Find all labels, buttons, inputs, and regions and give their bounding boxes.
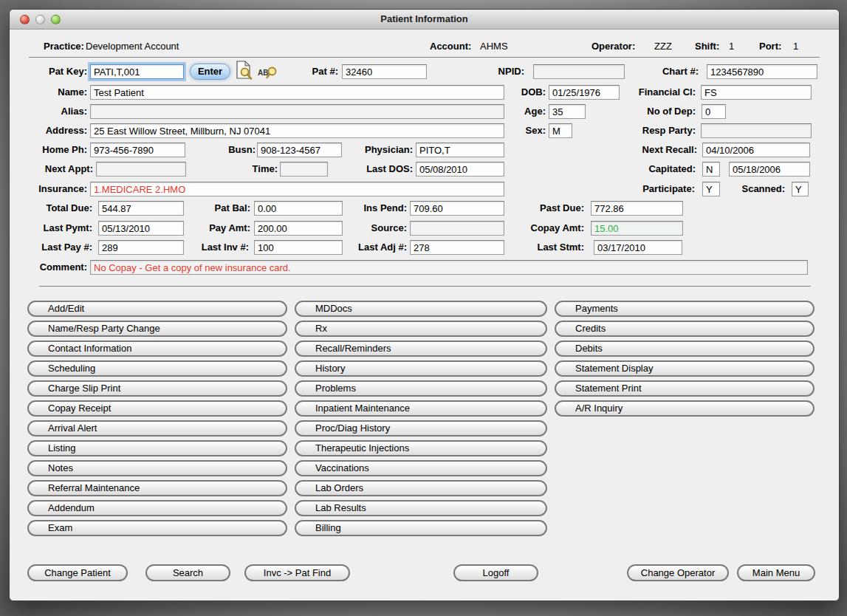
financial-cl-input[interactable] bbox=[701, 85, 812, 100]
physician-input[interactable] bbox=[416, 143, 504, 157]
document-search-icon[interactable] bbox=[236, 61, 253, 83]
logoff-button[interactable]: Logoff bbox=[453, 564, 538, 581]
source-label: Source: bbox=[348, 221, 407, 236]
past-due-input[interactable] bbox=[591, 201, 683, 216]
zoom-button[interactable] bbox=[51, 15, 61, 24]
physician-label: Physician: bbox=[346, 143, 413, 157]
section-divider bbox=[39, 286, 811, 287]
statement-print-button[interactable]: Statement Print bbox=[555, 380, 815, 397]
lab-orders-button[interactable]: Lab Orders bbox=[295, 480, 547, 496]
invc-pat-find-button[interactable]: Invc -> Pat Find bbox=[244, 564, 350, 581]
alias-label: Alias: bbox=[16, 104, 87, 119]
resp-party-input[interactable] bbox=[701, 123, 812, 138]
rx-button[interactable]: Rx bbox=[295, 321, 547, 337]
alias-input[interactable] bbox=[90, 104, 504, 119]
name-resp-party-change-button[interactable]: Name/Resp Party Change bbox=[27, 321, 287, 337]
age-input[interactable] bbox=[549, 104, 586, 119]
home-ph-label: Home Ph: bbox=[16, 143, 87, 157]
chart-num-label: Chart #: bbox=[637, 64, 699, 79]
debits-button[interactable]: Debits bbox=[555, 340, 815, 357]
ins-pend-input[interactable] bbox=[410, 201, 504, 216]
ar-inquiry-button[interactable]: A/R Inquiry bbox=[555, 400, 815, 417]
npid-input[interactable] bbox=[533, 64, 625, 79]
proc-diag-history-button[interactable]: Proc/Diag History bbox=[295, 420, 547, 437]
pat-key-input[interactable] bbox=[90, 64, 184, 79]
close-button[interactable] bbox=[20, 15, 30, 24]
arrival-alert-button[interactable]: Arrival Alert bbox=[27, 420, 287, 437]
notes-button[interactable]: Notes bbox=[27, 460, 287, 476]
problems-button[interactable]: Problems bbox=[295, 380, 547, 397]
time-input[interactable] bbox=[280, 162, 328, 177]
pat-bal-input[interactable] bbox=[254, 201, 343, 216]
search-button[interactable]: Search bbox=[145, 564, 230, 581]
last-pymt-input[interactable] bbox=[98, 221, 184, 236]
change-operator-button[interactable]: Change Operator bbox=[627, 564, 729, 581]
last-inv-num-input[interactable] bbox=[254, 240, 343, 255]
account-label: Account: bbox=[430, 39, 471, 54]
sex-input[interactable] bbox=[549, 123, 572, 138]
pat-bal-label: Pat Bal: bbox=[199, 201, 250, 216]
main-menu-button[interactable]: Main Menu bbox=[737, 564, 815, 581]
credits-button[interactable]: Credits bbox=[555, 321, 815, 337]
next-recall-input[interactable] bbox=[702, 143, 810, 157]
last-pay-num-input[interactable] bbox=[98, 240, 184, 255]
charge-slip-print-button[interactable]: Charge Slip Print bbox=[27, 380, 287, 397]
contact-information-button[interactable]: Contact Information bbox=[27, 340, 287, 357]
chart-num-input[interactable] bbox=[707, 64, 817, 79]
comment-input[interactable] bbox=[90, 260, 808, 275]
scanned-input[interactable] bbox=[792, 182, 809, 196]
name-label: Name: bbox=[16, 85, 87, 100]
participate-input[interactable] bbox=[702, 182, 720, 196]
recall-reminders-button[interactable]: Recall/Reminders bbox=[295, 340, 547, 357]
insurance-label: Insurance: bbox=[16, 182, 87, 196]
change-patient-button[interactable]: Change Patient bbox=[27, 564, 128, 581]
last-dos-label: Last DOS: bbox=[346, 162, 413, 177]
scheduling-button[interactable]: Scheduling bbox=[27, 360, 287, 377]
no-of-dep-input[interactable] bbox=[702, 104, 726, 119]
past-due-label: Past Due: bbox=[525, 201, 584, 216]
mddocs-button[interactable]: MDDocs bbox=[295, 301, 547, 317]
listing-button[interactable]: Listing bbox=[27, 440, 287, 456]
last-pay-num-label: Last Pay #: bbox=[16, 240, 92, 255]
pat-num-input[interactable] bbox=[342, 64, 427, 79]
port-label: Port: bbox=[759, 39, 781, 54]
age-label: Age: bbox=[501, 104, 546, 119]
copay-receipt-button[interactable]: Copay Receipt bbox=[27, 400, 287, 417]
pay-amt-input[interactable] bbox=[254, 221, 343, 236]
billing-button[interactable]: Billing bbox=[295, 520, 547, 536]
add-edit-button[interactable]: Add/Edit bbox=[27, 301, 287, 317]
history-button[interactable]: History bbox=[295, 360, 547, 377]
inpatient-maintenance-button[interactable]: Inpatient Maintenance bbox=[295, 400, 547, 417]
source-input[interactable] bbox=[410, 221, 504, 236]
last-stmt-input[interactable] bbox=[594, 240, 682, 255]
lab-results-button[interactable]: Lab Results bbox=[295, 500, 547, 516]
referral-maintenance-button[interactable]: Referral Maintenance bbox=[27, 480, 287, 496]
copay-amt-input[interactable] bbox=[591, 221, 683, 236]
dob-input[interactable] bbox=[549, 85, 620, 100]
operator-label: Operator: bbox=[591, 39, 635, 54]
last-adj-num-input[interactable] bbox=[410, 240, 504, 255]
home-ph-input[interactable] bbox=[90, 143, 185, 157]
addendum-button[interactable]: Addendum bbox=[27, 500, 287, 516]
minimize-button[interactable] bbox=[35, 15, 45, 24]
capitated-date-input[interactable] bbox=[729, 162, 810, 177]
therapeutic-injections-button[interactable]: Therapeutic Injections bbox=[295, 440, 547, 456]
capitated-label: Capitated: bbox=[615, 162, 696, 177]
name-input[interactable] bbox=[90, 85, 504, 100]
exam-button[interactable]: Exam bbox=[27, 520, 287, 536]
practice-value: Development Account bbox=[86, 39, 179, 54]
statement-display-button[interactable]: Statement Display bbox=[555, 360, 815, 377]
address-input[interactable] bbox=[90, 123, 504, 138]
vaccinations-button[interactable]: Vaccinations bbox=[295, 460, 547, 476]
enter-button[interactable]: Enter bbox=[190, 64, 230, 80]
alphabetic-search-icon[interactable]: AB bbox=[258, 66, 280, 83]
last-dos-input[interactable] bbox=[416, 162, 504, 177]
title-bar[interactable]: Patient Information bbox=[10, 10, 839, 30]
capitated-flag-input[interactable] bbox=[702, 162, 720, 177]
next-appt-input[interactable] bbox=[96, 162, 186, 177]
insurance-input[interactable] bbox=[90, 182, 504, 196]
busn-input[interactable] bbox=[257, 143, 342, 157]
total-due-input[interactable] bbox=[98, 201, 184, 216]
payments-button[interactable]: Payments bbox=[555, 301, 815, 317]
window-title: Patient Information bbox=[380, 13, 467, 24]
